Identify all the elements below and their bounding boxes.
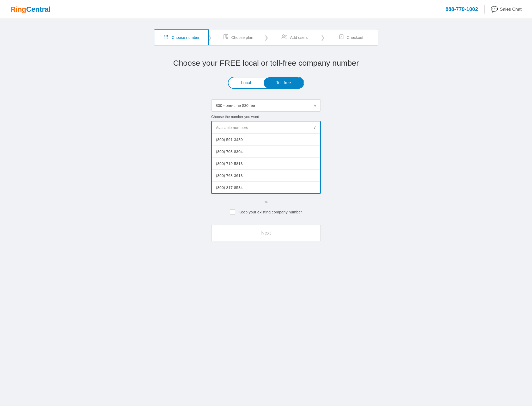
numbers-dropdown-header[interactable]: Available numbers ∨ [212, 121, 320, 134]
sales-chat-button[interactable]: 💬 Sales Chat [491, 6, 522, 13]
checkout-icon [338, 34, 344, 41]
number-item-4[interactable]: (800) 817-8534 [212, 182, 320, 193]
step-choose-plan[interactable]: Choose plan [211, 30, 265, 45]
main-content: Choose number ❯ Choose plan ❯ [149, 19, 383, 252]
add-users-icon [281, 34, 287, 41]
numbers-dropdown-arrow: ∨ [313, 125, 316, 130]
step-add-users[interactable]: Add users [268, 30, 322, 45]
vertical-divider [484, 5, 485, 14]
keep-existing-label: Keep your existing company number [238, 210, 302, 214]
sales-chat-label: Sales Chat [500, 7, 522, 12]
step-checkout-label: Checkout [347, 35, 363, 40]
svg-point-1 [166, 35, 167, 36]
header-right: 888-779-1002 💬 Sales Chat [445, 5, 522, 14]
step-choose-plan-label: Choose plan [231, 35, 253, 40]
number-chooser-label: Choose the number you want [211, 115, 321, 119]
form-area: 800 - one-time $30 fee ∨ Choose the numb… [211, 99, 321, 241]
prefix-dropdown[interactable]: 800 - one-time $30 fee ∨ [211, 99, 321, 112]
step-checkout[interactable]: Checkout [324, 30, 378, 45]
svg-point-0 [165, 35, 165, 36]
svg-point-5 [167, 36, 168, 37]
step-choose-number[interactable]: Choose number [154, 29, 209, 46]
chat-icon: 💬 [491, 6, 498, 13]
svg-point-6 [165, 38, 165, 39]
toggle-container: Local Toll-free [154, 77, 378, 89]
or-label: OR [263, 200, 269, 204]
local-toggle-button[interactable]: Local [228, 77, 263, 88]
number-item-1[interactable]: (800) 708-8304 [212, 146, 320, 158]
svg-point-14 [282, 35, 285, 37]
numbers-placeholder: Available numbers [216, 125, 248, 130]
number-item-3[interactable]: (800) 768-3613 [212, 170, 320, 182]
logo-ring: Ring [10, 5, 26, 14]
logo-central: Central [26, 5, 50, 14]
svg-point-8 [167, 38, 168, 39]
prefix-dropdown-value: 800 - one-time $30 fee [216, 103, 255, 108]
page-title: Choose your FREE local or toll-free comp… [154, 59, 378, 67]
number-item-0[interactable]: (800) 591-3480 [212, 134, 320, 146]
svg-point-3 [165, 36, 165, 37]
step-add-users-label: Add users [290, 35, 308, 40]
choose-number-icon [163, 34, 169, 41]
step-choose-number-label: Choose number [172, 35, 200, 40]
svg-point-7 [166, 38, 167, 39]
logo: RingCentral [10, 5, 50, 14]
steps-breadcrumb: Choose number ❯ Choose plan ❯ [154, 29, 378, 46]
numbers-dropdown: Available numbers ∨ (800) 591-3480 (800)… [211, 121, 321, 194]
phone-number[interactable]: 888-779-1002 [445, 6, 478, 12]
header: RingCentral 888-779-1002 💬 Sales Chat [0, 0, 532, 19]
keep-existing-row: Keep your existing company number [211, 209, 321, 214]
number-item-2[interactable]: (800) 719-5813 [212, 158, 320, 170]
choose-plan-icon [223, 34, 229, 41]
next-button[interactable]: Next [211, 225, 321, 241]
prefix-dropdown-arrow: ∨ [314, 103, 316, 108]
tollfree-toggle-button[interactable]: Toll-free [264, 77, 304, 88]
svg-point-2 [167, 35, 168, 36]
number-type-toggle: Local Toll-free [228, 77, 304, 89]
or-divider: OR [211, 200, 321, 204]
svg-point-4 [166, 36, 167, 37]
keep-existing-checkbox[interactable] [230, 209, 235, 214]
